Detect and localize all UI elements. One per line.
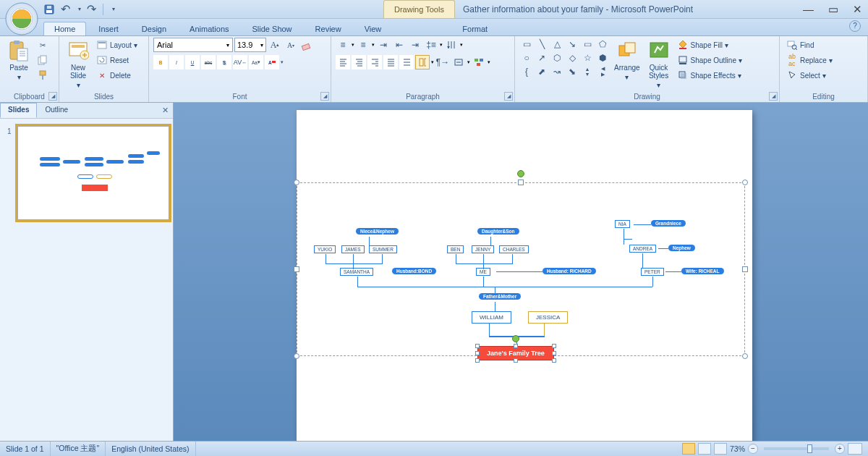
office-button[interactable] <box>4 1 39 36</box>
node-jessica[interactable]: JESSICA <box>528 311 568 324</box>
ltr-button[interactable]: ¶→ <box>435 55 450 69</box>
align-center-button[interactable] <box>352 55 366 69</box>
label-grandniece[interactable]: Grandniece <box>651 220 686 227</box>
label-nephew[interactable]: Nephew <box>668 245 695 251</box>
node-nia[interactable]: NIA <box>615 220 630 228</box>
slide-editor[interactable]: Niece&Nephew YUKIO JAMES SUMMER SAMANTHA… <box>174 103 868 441</box>
align-text-button[interactable] <box>451 55 466 69</box>
slide-canvas[interactable]: Niece&Nephew YUKIO JAMES SUMMER SAMANTHA… <box>297 110 752 441</box>
tab-animations[interactable]: Animations <box>179 22 239 35</box>
new-slide-button[interactable]: New Slide▾ <box>64 38 93 90</box>
paste-button[interactable]: Paste▾ <box>4 38 33 83</box>
numbering-button[interactable]: ≡ <box>356 38 370 52</box>
node-yukio[interactable]: YUKIO <box>314 245 336 253</box>
label-husband-bond[interactable]: Husband:BOND <box>392 268 436 274</box>
node-ben[interactable]: BEN <box>447 245 464 253</box>
copy-button[interactable] <box>35 53 51 67</box>
view-sorter-button[interactable] <box>698 443 711 455</box>
shape-outline-button[interactable]: Shape Outline ▾ <box>675 53 744 67</box>
cut-button[interactable]: ✂ <box>35 38 51 52</box>
node-william[interactable]: WILLIAM <box>472 311 511 324</box>
text-direction-button[interactable] <box>444 38 459 52</box>
shape-fill-button[interactable]: Shape Fill ▾ <box>675 38 744 52</box>
shape-effects-button[interactable]: Shape Effects ▾ <box>675 68 744 83</box>
align-left-button[interactable] <box>336 55 350 69</box>
grow-font-icon[interactable]: A▴ <box>268 38 282 52</box>
zoom-slider[interactable] <box>764 447 829 450</box>
find-button[interactable]: Find <box>784 38 835 52</box>
clipboard-launcher[interactable]: ◢ <box>48 92 57 101</box>
view-normal-button[interactable] <box>682 443 695 455</box>
format-painter-button[interactable] <box>35 68 51 83</box>
replace-button[interactable]: abacReplace ▾ <box>784 53 835 67</box>
node-summer[interactable]: SUMMER <box>369 245 397 253</box>
char-spacing-button[interactable]: AV↔ <box>233 55 247 69</box>
node-charles[interactable]: CHARLES <box>499 245 529 253</box>
node-samantha[interactable]: SAMANTHA <box>340 268 373 276</box>
label-husband-richard[interactable]: Husband: RICHARD <box>542 268 596 274</box>
smartart-button[interactable] <box>472 55 486 69</box>
font-launcher[interactable]: ◢ <box>320 92 329 101</box>
tab-format[interactable]: Format <box>451 22 498 35</box>
node-andrea[interactable]: ANDREA <box>629 245 656 253</box>
select-button[interactable]: Select ▾ <box>784 68 835 83</box>
change-case-button[interactable]: Aa▾ <box>249 55 263 69</box>
list-level-button[interactable]: ⇥ <box>376 38 391 52</box>
node-jenny[interactable]: JENNY <box>472 245 494 253</box>
align-right-button[interactable] <box>367 55 382 69</box>
tab-home[interactable]: Home <box>43 22 86 35</box>
tab-design[interactable]: Design <box>131 22 177 35</box>
shadow-button[interactable]: S <box>217 55 231 69</box>
increase-indent-button[interactable]: ⇥ <box>408 38 422 52</box>
node-root[interactable]: Jane's Family Tree <box>477 346 554 360</box>
distributed-button[interactable] <box>399 55 414 69</box>
decrease-indent-button[interactable]: ⇤ <box>392 38 407 52</box>
quick-styles-button[interactable]: Quick Styles▾ <box>644 38 673 90</box>
underline-button[interactable]: U <box>185 55 200 69</box>
font-name-combo[interactable]: Arial▾ <box>153 38 233 52</box>
label-niece-nephew[interactable]: Niece&Nephew <box>356 228 399 235</box>
view-slideshow-button[interactable] <box>714 443 727 455</box>
label-wife-richeal[interactable]: Wife: RICHEAL <box>681 268 724 274</box>
shapes-gallery[interactable]: ▭╲△↘▭⬠ ○↗⬡◇☆⬢ {⬈↝⬊▲▼◀▶ <box>519 38 610 78</box>
zoom-percent[interactable]: 73% <box>730 444 745 453</box>
undo-icon[interactable]: ↶ <box>59 4 71 15</box>
label-father-mother[interactable]: Father&Mother <box>479 293 521 300</box>
panel-close-icon[interactable]: ✕ <box>162 106 169 115</box>
tab-view[interactable]: View <box>354 22 393 35</box>
delete-button[interactable]: ✕Delete <box>94 68 140 83</box>
line-spacing-button[interactable]: ‡≡ <box>424 38 438 52</box>
zoom-out-button[interactable]: − <box>748 444 758 454</box>
bullets-button[interactable]: ≡ <box>336 38 350 52</box>
help-button[interactable]: ? <box>849 20 861 32</box>
redo-icon[interactable]: ↷ <box>85 4 97 15</box>
node-james[interactable]: JAMES <box>341 245 365 253</box>
label-daughter-son[interactable]: Daughter&Son <box>477 228 519 235</box>
fit-window-button[interactable] <box>848 443 862 455</box>
save-icon[interactable] <box>43 4 55 15</box>
slide-thumbnail-1[interactable] <box>17 126 169 220</box>
shrink-font-icon[interactable]: A▾ <box>284 38 298 52</box>
status-language[interactable]: English (United States) <box>106 442 195 456</box>
layout-button[interactable]: Layout ▾ <box>94 38 140 52</box>
reset-button[interactable]: Reset <box>94 53 140 67</box>
panel-tab-outline[interactable]: Outline <box>37 103 76 118</box>
zoom-in-button[interactable]: + <box>835 444 845 454</box>
arrange-button[interactable]: Arrange▾ <box>611 38 643 83</box>
strike-button[interactable]: abc <box>201 55 216 69</box>
font-color-button[interactable]: A <box>265 55 279 69</box>
italic-button[interactable]: I <box>169 55 184 69</box>
justify-button[interactable] <box>383 55 398 69</box>
font-size-combo[interactable]: 13.9▾ <box>234 38 266 52</box>
maximize-button[interactable]: ▭ <box>828 3 838 16</box>
minimize-button[interactable]: — <box>803 3 814 16</box>
tab-slideshow[interactable]: Slide Show <box>242 22 303 35</box>
close-button[interactable]: ✕ <box>853 3 862 16</box>
drawing-launcher[interactable]: ◢ <box>769 92 778 101</box>
tab-insert[interactable]: Insert <box>88 22 129 35</box>
node-peter[interactable]: PETER <box>641 268 664 276</box>
undo-dropdown[interactable]: ▾ <box>78 6 81 12</box>
qat-customize[interactable]: ▾ <box>112 6 115 12</box>
panel-tab-slides[interactable]: Slides <box>0 103 37 118</box>
columns-button[interactable] <box>415 55 430 69</box>
